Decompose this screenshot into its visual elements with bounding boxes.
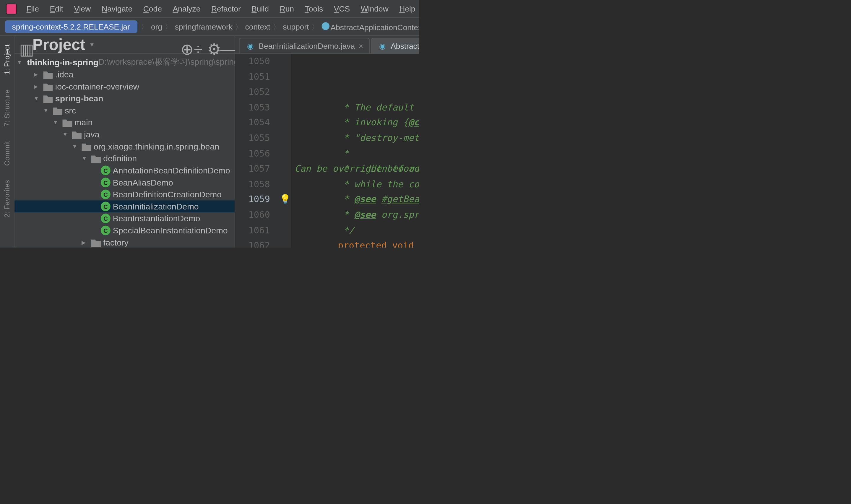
tree-node[interactable]: ▼main <box>15 116 235 128</box>
code-line[interactable]: * Can be overridden to add context-speci… <box>295 146 419 162</box>
app-logo-icon <box>6 3 17 14</box>
editor-tabs: ◉BeanInitializationDemo.java×◉AbstractAp… <box>235 36 419 54</box>
code-line[interactable]: * @see org.springframework.beans.factory… <box>295 208 419 223</box>
close-tab-icon[interactable]: × <box>358 41 363 50</box>
breadcrumb-item[interactable]: org <box>151 22 162 31</box>
tree-node[interactable]: BeanAliasDemo <box>15 176 235 188</box>
hide-tool-icon[interactable]: — <box>220 40 230 49</box>
tree-node[interactable]: ▶ioc-container-overview <box>15 80 235 92</box>
breadcrumb: 〉org〉springframework〉context〉support〉Abs… <box>141 21 419 32</box>
tree-node[interactable]: BeanInitializationDemo <box>15 200 235 212</box>
menu-help[interactable]: Help <box>395 4 419 13</box>
project-view-icon[interactable]: ▥ <box>19 40 29 49</box>
tree-node[interactable]: ▼definition <box>15 152 235 165</box>
breadcrumb-item[interactable]: springframework <box>175 22 233 31</box>
menu-edit[interactable]: Edit <box>45 4 68 13</box>
tree-node[interactable]: SpecialBeanInstantiationDemo <box>15 224 235 237</box>
code-line[interactable]: * right before or right after standard s… <box>295 162 419 177</box>
tree-node[interactable]: ▶.idea <box>15 69 235 80</box>
menu-analyze[interactable]: Analyze <box>168 4 205 13</box>
menu-view[interactable]: View <box>69 4 95 13</box>
tree-node[interactable]: AnnotationBeanDefinitionDemo <box>15 165 235 177</box>
locate-icon[interactable]: ⊕ <box>181 40 190 49</box>
menu-window[interactable]: Window <box>356 4 393 13</box>
editor-area: ◉BeanInitializationDemo.java×◉AbstractAp… <box>235 36 419 248</box>
code-line[interactable]: * "destroy-method". <box>295 131 419 146</box>
title-bar: FileEditViewNavigateCodeAnalyzeRefactorB… <box>0 0 419 18</box>
collapse-icon[interactable]: ÷ <box>194 40 203 49</box>
line-number-gutter: 1050105110521053105410551056105710581059… <box>235 54 279 248</box>
menu-vcs[interactable]: VCS <box>329 4 355 13</box>
code-line[interactable]: * invoking {@code DisposableBean.destroy… <box>295 115 419 131</box>
tree-node[interactable]: ▼org.xiaoge.thinking.in.spring.bean <box>15 140 235 152</box>
code-line[interactable]: * @see #getBeanFactory() <box>295 192 419 208</box>
tree-node[interactable]: ▶factory <box>15 236 235 248</box>
project-tree[interactable]: ▼thinking-in-spring D:\worksprace\极客学习\s… <box>15 54 235 248</box>
intention-bulb-icon[interactable]: 💡 <box>279 194 291 205</box>
code-line[interactable]: * while the context's BeanFactory is sti… <box>295 177 419 192</box>
tree-node[interactable]: ▼spring-bean <box>15 92 235 105</box>
menu-file[interactable]: File <box>22 4 44 13</box>
project-tool-window: ▥ Project ▼ ⊕ ÷ ⚙ — ▼thinking-in-spring … <box>15 36 235 248</box>
project-title: Project <box>33 35 85 54</box>
code-line[interactable]: */ <box>295 223 419 238</box>
chevron-down-icon[interactable]: ▼ <box>89 41 95 48</box>
left-rail-tab[interactable]: Commit <box>3 137 11 169</box>
menu-tools[interactable]: Tools <box>300 4 328 13</box>
breadcrumb-item[interactable]: context <box>245 22 270 31</box>
left-rail-tab[interactable]: 2: Favorites <box>3 176 11 221</box>
left-tool-rail: 1: Project7: StructureCommit2: Favorites <box>0 36 15 248</box>
breadcrumb-item[interactable]: AbstractApplicationContext <box>322 22 419 31</box>
editor-tab[interactable]: ◉BeanInitializationDemo.java× <box>239 38 370 53</box>
navigation-bar: spring-context-5.2.2.RELEASE.jar 〉org〉sp… <box>0 18 419 36</box>
tree-node[interactable]: BeanInstantiationDemo <box>15 212 235 224</box>
code-line[interactable]: protected void destroyBeans() { <box>295 238 419 248</box>
gutter-icons: 💡 <box>279 54 291 248</box>
tree-node[interactable]: BeanDefinitionCreationDemo <box>15 188 235 201</box>
menu-navigate[interactable]: Navigate <box>97 4 138 13</box>
tree-root[interactable]: ▼thinking-in-spring D:\worksprace\极客学习\s… <box>15 56 235 69</box>
menu-run[interactable]: Run <box>275 4 299 13</box>
menu-build[interactable]: Build <box>247 4 274 13</box>
code-content[interactable]: * The default implementation destroy all… <box>291 54 419 248</box>
breadcrumb-item[interactable]: support <box>283 22 309 31</box>
code-line[interactable]: * The default implementation destroy all… <box>295 100 419 115</box>
main-menu: FileEditViewNavigateCodeAnalyzeRefactorB… <box>22 4 419 13</box>
editor-tab[interactable]: ◉AbstractApplicationContext.java× <box>371 38 419 53</box>
tree-node[interactable]: ▼java <box>15 128 235 141</box>
menu-refactor[interactable]: Refactor <box>206 4 246 13</box>
tree-node[interactable]: ▼src <box>15 104 235 116</box>
nav-jar-pill[interactable]: spring-context-5.2.2.RELEASE.jar <box>5 20 137 33</box>
left-rail-tab[interactable]: 7: Structure <box>3 86 11 130</box>
left-rail-tab[interactable]: 1: Project <box>3 41 11 78</box>
settings-gear-icon[interactable]: ⚙ <box>207 40 217 49</box>
editor[interactable]: 1050105110521053105410551056105710581059… <box>235 54 419 248</box>
menu-code[interactable]: Code <box>138 4 167 13</box>
